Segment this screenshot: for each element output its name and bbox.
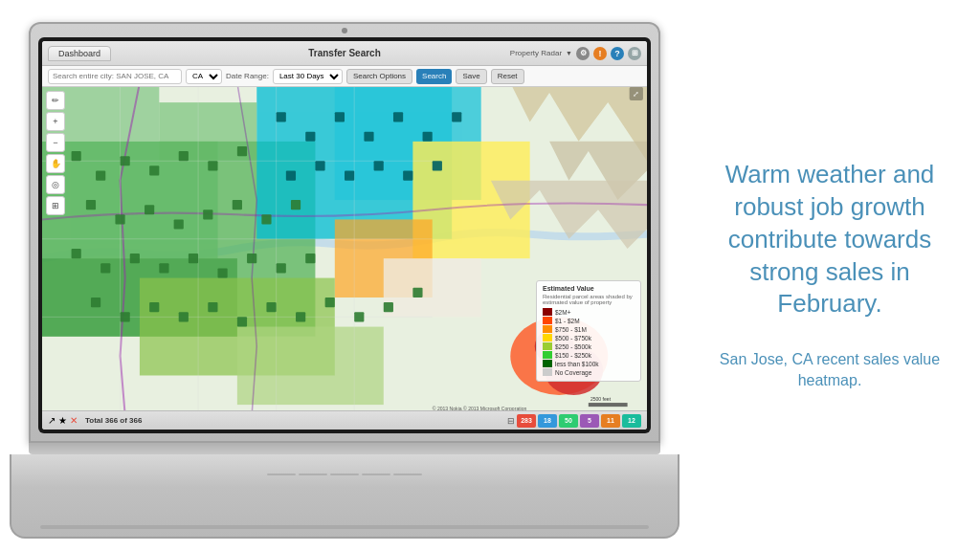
- state-select[interactable]: CA: [186, 69, 222, 84]
- badge-teal: 12: [622, 414, 641, 428]
- svg-rect-64: [423, 132, 433, 142]
- total-count: Total 366 of 366: [85, 416, 142, 425]
- svg-rect-65: [452, 112, 461, 121]
- svg-rect-41: [159, 263, 168, 273]
- legend-title: Estimated Value: [543, 285, 635, 292]
- pan-tool[interactable]: ✋: [46, 154, 65, 173]
- legend-item-6: $150 - $250k: [543, 351, 635, 359]
- gear-icon[interactable]: ⚙: [576, 47, 590, 60]
- laptop-base: [10, 443, 679, 539]
- svg-rect-75: [589, 403, 628, 407]
- expand-icon[interactable]: ⊞: [628, 47, 641, 60]
- page-title: Transfer Search: [308, 48, 381, 58]
- svg-rect-48: [121, 312, 130, 321]
- svg-rect-44: [247, 253, 256, 263]
- badge-orange: 11: [601, 414, 620, 428]
- laptop-feet: [40, 525, 649, 529]
- right-panel: Warm weather and robust job growth contr…: [679, 140, 980, 411]
- svg-text:© 2013 Nokia   © 2013 Microsof: © 2013 Nokia © 2013 Microsoft Corporatio…: [433, 406, 527, 410]
- top-bar: Dashboard Transfer Search Property Radar…: [42, 41, 647, 66]
- search-button[interactable]: Search: [416, 69, 452, 84]
- svg-rect-59: [277, 112, 286, 121]
- chevron-icon: ▼: [566, 50, 572, 56]
- map-area[interactable]: ⤢ © 2013 Nokia © 2013 Microsoft Corporat…: [42, 87, 647, 410]
- laptop-vent: [267, 474, 422, 475]
- search-input[interactable]: [48, 69, 182, 84]
- dashboard-tab[interactable]: Dashboard: [48, 46, 111, 61]
- alert-icon[interactable]: !: [593, 47, 607, 60]
- svg-rect-30: [86, 200, 96, 209]
- search-bar: CA Date Range: Last 30 Days Search Optio…: [42, 66, 647, 87]
- main-headline: Warm weather and robust job growth contr…: [708, 159, 951, 320]
- delete-icon[interactable]: ✕: [70, 415, 78, 426]
- badge-blue: 18: [538, 414, 557, 428]
- svg-rect-53: [266, 302, 276, 312]
- svg-rect-9: [237, 327, 384, 406]
- svg-rect-56: [354, 312, 364, 321]
- svg-rect-45: [277, 263, 286, 273]
- layers-tool[interactable]: ⊞: [46, 196, 65, 215]
- svg-rect-69: [374, 161, 384, 170]
- svg-rect-57: [384, 302, 393, 312]
- svg-rect-68: [345, 170, 354, 180]
- top-bar-right: Property Radar ▼ ⚙ ! ? ⊞: [510, 47, 641, 60]
- screen-content: Dashboard Transfer Search Property Radar…: [42, 41, 647, 430]
- svg-rect-70: [403, 170, 412, 180]
- svg-rect-43: [217, 268, 227, 277]
- map-tools: ✏ + − ✋ ◎ ⊞: [46, 91, 65, 215]
- search-options-button[interactable]: Search Options: [346, 69, 412, 84]
- share-icon[interactable]: ↗: [48, 415, 56, 426]
- help-icon[interactable]: ?: [611, 47, 624, 60]
- svg-rect-50: [179, 312, 189, 321]
- star-icon[interactable]: ★: [58, 415, 67, 426]
- svg-rect-38: [72, 249, 81, 258]
- svg-rect-67: [315, 161, 324, 170]
- legend-subtitle: Residential parcel areas shaded by estim…: [543, 294, 635, 305]
- draw-tool[interactable]: ✏: [46, 91, 65, 110]
- svg-text:⤢: ⤢: [633, 90, 639, 99]
- svg-rect-47: [91, 298, 100, 307]
- svg-rect-39: [100, 263, 110, 273]
- legend-item-3: $750 - $1M: [543, 325, 635, 333]
- svg-rect-62: [364, 132, 373, 142]
- svg-rect-34: [203, 209, 212, 219]
- laptop-bottom: [10, 454, 679, 539]
- svg-rect-37: [291, 200, 301, 209]
- svg-rect-26: [149, 165, 159, 175]
- svg-rect-13: [384, 258, 481, 317]
- date-label: Date Range:: [226, 72, 269, 80]
- laptop-device: Dashboard Transfer Search Property Radar…: [10, 22, 679, 539]
- badge-green: 50: [559, 414, 578, 428]
- status-badges: ⊟ 283 18 50 5 11 12: [507, 414, 641, 428]
- svg-rect-24: [96, 170, 105, 180]
- legend-item-2: $1 - $2M: [543, 317, 635, 324]
- svg-rect-32: [145, 205, 154, 214]
- badge-red: 283: [517, 414, 536, 428]
- zoom-out-tool[interactable]: −: [46, 133, 65, 152]
- svg-rect-63: [393, 112, 403, 121]
- svg-rect-23: [72, 151, 81, 161]
- svg-rect-31: [115, 214, 124, 224]
- svg-rect-66: [286, 170, 296, 180]
- zoom-in-tool[interactable]: +: [46, 112, 65, 131]
- screen-bezel: Dashboard Transfer Search Property Radar…: [38, 37, 651, 433]
- select-tool[interactable]: ◎: [46, 175, 65, 194]
- save-button[interactable]: Save: [456, 69, 486, 84]
- date-range-select[interactable]: Last 30 Days: [273, 69, 343, 84]
- svg-rect-49: [149, 302, 159, 312]
- svg-rect-46: [305, 253, 315, 263]
- svg-rect-36: [261, 214, 271, 224]
- legend-item-7: less than $100k: [543, 360, 635, 367]
- laptop-hinge: [29, 443, 660, 454]
- svg-text:2500 feet: 2500 feet: [590, 396, 612, 402]
- svg-rect-51: [208, 302, 217, 312]
- svg-rect-42: [189, 253, 198, 263]
- svg-rect-28: [208, 161, 217, 170]
- property-radar-label: Property Radar: [510, 49, 562, 57]
- svg-rect-29: [237, 146, 247, 156]
- laptop-lid: Dashboard Transfer Search Property Radar…: [29, 22, 660, 443]
- svg-rect-55: [325, 298, 335, 307]
- svg-rect-25: [121, 156, 130, 165]
- svg-rect-54: [296, 312, 305, 321]
- reset-button[interactable]: Reset: [491, 69, 524, 84]
